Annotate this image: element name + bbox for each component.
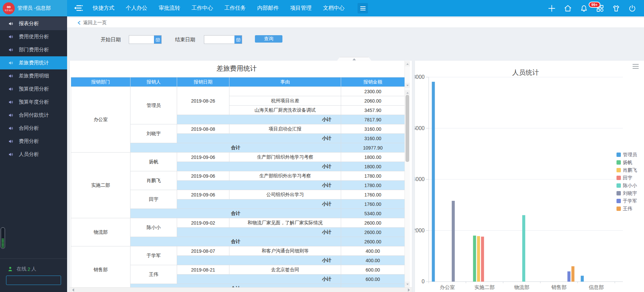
nav-item[interactable]: 文档中心 — [317, 5, 350, 12]
current-user-label: 管理员 -信息部 — [17, 5, 51, 11]
nav-item[interactable]: 个人办公 — [120, 5, 153, 12]
table-row: 办公室管理员2019-08-262300.00 — [71, 87, 405, 96]
sidebar-item[interactable]: 差旅费用统计 — [0, 56, 67, 69]
main-nav: 快捷方式个人办公审批流转工作中心工作任务内部邮件项目管理文档中心 — [87, 0, 350, 16]
sidebar-item[interactable]: 合同分析 — [0, 122, 67, 135]
shirt-icon[interactable] — [612, 4, 621, 13]
end-calendar-button[interactable] — [234, 36, 242, 44]
speaker-icon — [8, 47, 14, 53]
scroll-up-button[interactable] — [405, 90, 410, 95]
nav-item[interactable]: 内部邮件 — [252, 5, 284, 12]
bar-肖鹏飞 — [477, 236, 480, 282]
vertical-scrollbar[interactable] — [405, 61, 410, 287]
legend-item[interactable]: 肖鹏飞 — [616, 166, 637, 174]
table-cell: 于学军 — [130, 246, 177, 265]
column-header: 事由 — [229, 77, 341, 87]
speaker-icon — [8, 99, 14, 105]
svg-text:销售部: 销售部 — [551, 284, 567, 290]
sidebar-toggle-icon[interactable] — [74, 4, 83, 12]
legend-swatch — [616, 153, 621, 157]
column-header: 报销金额 — [341, 77, 405, 87]
bar-刘晓宇 — [452, 201, 455, 282]
sidebar-item[interactable]: 费用分析 — [0, 135, 67, 148]
logo-mark: ∞ — [7, 5, 11, 9]
table-cell: 2019-09-06 — [177, 153, 229, 162]
sidebar-item[interactable]: 合同付款统计 — [0, 109, 67, 122]
nav-item[interactable]: 工作中心 — [186, 5, 219, 12]
end-date-input[interactable] — [204, 36, 234, 44]
level-indicator[interactable] — [1, 227, 5, 249]
nav-item[interactable]: 审批流转 — [153, 5, 186, 12]
home-icon[interactable] — [564, 4, 572, 13]
scrollbar-thumb[interactable] — [406, 95, 409, 162]
start-date-input[interactable] — [129, 36, 154, 44]
legend-item[interactable]: 陈小小 — [616, 182, 637, 189]
sidebar-item[interactable]: 预算年度分析 — [0, 96, 67, 109]
scroll-right-button[interactable] — [406, 288, 411, 292]
legend-item[interactable]: 田宇 — [616, 174, 637, 182]
speaker-icon — [8, 60, 14, 66]
table-cell: 600.00 — [341, 265, 405, 275]
table-cell: 2600.00 — [341, 228, 405, 237]
power-icon[interactable] — [628, 4, 637, 13]
speaker-icon — [8, 86, 14, 92]
scroll-left-button[interactable] — [70, 288, 75, 292]
sidebar-item[interactable]: 费用使用分析 — [0, 30, 67, 43]
plus-icon[interactable] — [547, 4, 556, 13]
legend-item[interactable]: 刘晓宇 — [616, 189, 637, 197]
column-header: 报销人 — [130, 77, 177, 87]
table-title: 差旅费用统计 — [70, 64, 404, 73]
legend-label: 肖鹏飞 — [623, 167, 637, 173]
sidebar-item-label: 报表分析 — [19, 20, 39, 27]
bell-icon[interactable] — [580, 4, 588, 13]
query-button[interactable]: 查询 — [255, 35, 282, 43]
legend-label: 管理员 — [623, 152, 637, 158]
bar-管理员 — [432, 82, 435, 282]
sidebar-item[interactable]: 人员分析 — [0, 148, 67, 161]
sidebar-menu: 报表分析费用使用分析部门费用分析差旅费用统计差旅费用明细预算使用分析预算年度分析… — [0, 16, 67, 161]
back-link[interactable]: 返回上一页 — [83, 20, 107, 26]
nav-item[interactable]: 项目管理 — [284, 5, 317, 12]
bar-陈小小 — [522, 215, 525, 282]
scroll-down-button[interactable] — [405, 282, 410, 287]
table-cell: 2019-08-08 — [177, 124, 229, 134]
end-date-label: 结束日期 — [175, 37, 195, 43]
contact-search — [6, 276, 61, 285]
contact-search-input[interactable] — [8, 277, 69, 284]
table-cell: 管理员 — [130, 87, 177, 124]
nav-item[interactable]: 快捷方式 — [87, 5, 120, 12]
legend-item[interactable]: 扬帆 — [616, 159, 637, 166]
table-row: 销售部于学军2019-08-07和客户沟通合同细则等400.00 — [71, 246, 405, 256]
legend-swatch — [616, 176, 621, 180]
legend-item[interactable]: 管理员 — [616, 151, 637, 159]
more-menus-button[interactable] — [358, 3, 368, 13]
bar-扬帆 — [473, 236, 476, 282]
table-cell: 肖鹏飞 — [130, 171, 177, 190]
svg-text:0: 0 — [422, 279, 425, 284]
scroll-up-button[interactable] — [405, 61, 410, 66]
start-calendar-button[interactable] — [154, 36, 161, 44]
svg-text:6000: 6000 — [415, 125, 425, 131]
sidebar-item[interactable]: 部门费用分析 — [0, 43, 67, 56]
start-date-group — [129, 35, 162, 44]
svg-text:8000: 8000 — [415, 74, 425, 80]
speaker-icon — [8, 112, 14, 118]
chart-legend: 管理员扬帆肖鹏飞田宇陈小小刘晓宇于学军王伟 — [616, 151, 637, 213]
table-cell: 去北京签合同 — [229, 265, 341, 275]
expense-table-panel: 差旅费用统计 报销部门报销人报销日期事由报销金额 办公室管理员2019-08-2… — [70, 61, 412, 292]
table-cell: 小计 — [177, 134, 341, 143]
nav-item[interactable]: 工作任务 — [219, 5, 252, 12]
bar-田宇 — [481, 237, 484, 282]
sidebar-item[interactable]: 报表分析 — [0, 17, 67, 30]
table-cell: 杭州项目出差 — [229, 96, 341, 106]
sidebar-item[interactable]: 差旅费用明细 — [0, 69, 67, 82]
horizontal-scrollbar[interactable] — [70, 287, 412, 292]
scroll-down-button[interactable] — [405, 83, 410, 88]
legend-item[interactable]: 王伟 — [616, 205, 637, 213]
sidebar-item-label: 预算使用分析 — [19, 86, 49, 92]
table-cell: 刘晓宇 — [130, 124, 177, 143]
table-cell: 1780.00 — [341, 171, 405, 181]
legend-item[interactable]: 于学军 — [616, 197, 637, 205]
sidebar-item[interactable]: 预算使用分析 — [0, 82, 67, 96]
table-cell: 和物流厂家见面，了解厂家实际情况 — [229, 218, 341, 228]
